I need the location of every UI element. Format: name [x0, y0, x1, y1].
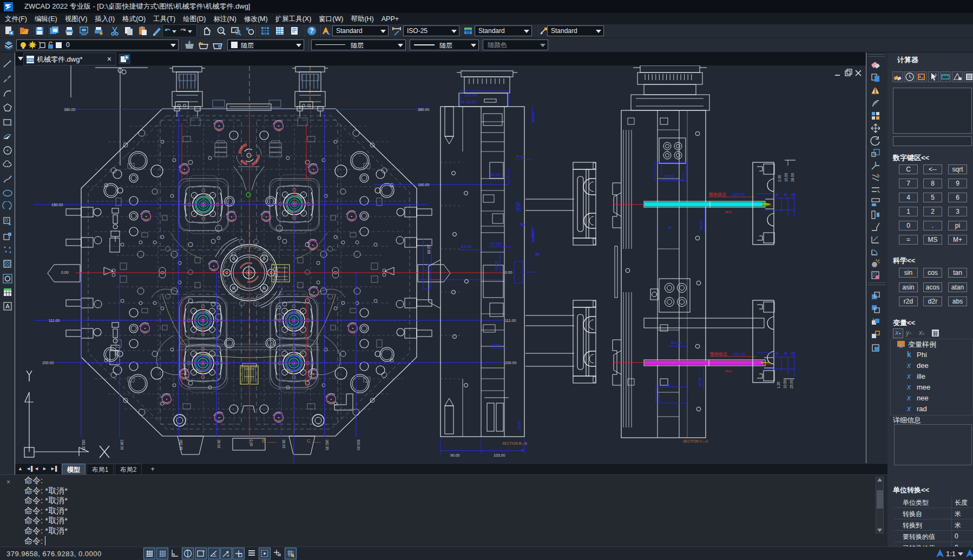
svg-text:?: ? — [310, 27, 313, 35]
svg-text:79.00: 79.00 — [663, 174, 675, 179]
svg-text:22.00: 22.00 — [427, 245, 431, 254]
svg-text:1.20: 1.20 — [777, 381, 780, 388]
svg-text:95.6: 95.6 — [725, 210, 732, 214]
svg-text:Ø: Ø — [784, 352, 787, 355]
svg-text:16.00: 16.00 — [282, 439, 286, 449]
svg-text:25.00: 25.00 — [516, 155, 525, 159]
svg-text:90.00: 90.00 — [450, 453, 460, 457]
svg-text:预热状态: 预热状态 — [709, 192, 726, 197]
svg-text:0.00: 0.00 — [505, 271, 512, 274]
svg-text:380.00: 380.00 — [418, 108, 430, 111]
svg-text:Ø 28.00: Ø 28.00 — [461, 100, 477, 104]
svg-text:Ø: Ø — [791, 352, 794, 355]
svg-text:B: B — [262, 438, 265, 444]
svg-text:200.00: 200.00 — [505, 361, 517, 365]
svg-text:0.00: 0.00 — [61, 271, 69, 274]
svg-text:200.00: 200.00 — [42, 361, 54, 365]
svg-text:116.00: 116.00 — [120, 439, 124, 450]
svg-text:103.00: 103.00 — [494, 453, 505, 457]
svg-text:C: C — [307, 438, 311, 444]
svg-text:163.30: 163.30 — [733, 352, 746, 357]
svg-text:15.00: 15.00 — [491, 343, 501, 347]
svg-text:81.00: 81.00 — [461, 244, 472, 249]
svg-text:44.00: 44.00 — [531, 228, 535, 238]
svg-text:10.00: 10.00 — [784, 173, 788, 182]
svg-text:SECTION B—B: SECTION B—B — [502, 442, 527, 445]
svg-text:Ø: Ø — [668, 226, 672, 229]
svg-text:111.00: 111.00 — [49, 319, 60, 322]
svg-text:160.00: 160.00 — [418, 183, 430, 187]
svg-text:——: —— — [312, 439, 321, 444]
svg-text:Ø: Ø — [775, 193, 779, 196]
svg-text:A: A — [5, 303, 10, 309]
svg-text:10.00: 10.00 — [515, 201, 519, 211]
svg-text:185.50: 185.50 — [732, 192, 745, 197]
svg-text:Ø: Ø — [775, 352, 779, 355]
svg-text:——: —— — [267, 439, 276, 444]
svg-text:2.00: 2.00 — [778, 175, 781, 182]
svg-text:64.00: 64.00 — [495, 261, 498, 271]
svg-text:111.00: 111.00 — [505, 319, 516, 322]
svg-text:Ø: Ø — [520, 222, 523, 226]
svg-text:87.00: 87.00 — [490, 241, 502, 246]
svg-text:预热状态: 预热状态 — [710, 352, 727, 357]
svg-text:122.50: 122.50 — [464, 93, 478, 97]
svg-text:Ø: Ø — [784, 193, 787, 196]
svg-text:162.35: 162.35 — [325, 439, 329, 450]
svg-text:30.00: 30.00 — [698, 377, 702, 387]
svg-text:Ø: Ø — [791, 193, 794, 196]
svg-text:380.00: 380.00 — [64, 108, 76, 111]
svg-text:10.50: 10.50 — [783, 379, 787, 388]
svg-text:44.00: 44.00 — [531, 112, 535, 122]
svg-text:25.00: 25.00 — [790, 379, 793, 388]
svg-text:30.00: 30.00 — [699, 220, 703, 230]
svg-text:10.00: 10.00 — [517, 420, 521, 430]
svg-text:0.00: 0.00 — [249, 439, 253, 446]
svg-text:SECTION C—C: SECTION C—C — [683, 439, 708, 443]
svg-text:93.2: 93.2 — [725, 370, 732, 373]
svg-text:150.00: 150.00 — [51, 203, 63, 207]
svg-text:84.00: 84.00 — [671, 340, 682, 345]
svg-text:16.00: 16.00 — [217, 439, 221, 449]
svg-text:82.00: 82.00 — [490, 172, 501, 177]
svg-text:DWG: DWG — [27, 58, 34, 62]
svg-text:26.00: 26.00 — [791, 173, 794, 182]
svg-text:162.35: 162.35 — [179, 439, 183, 450]
svg-text:Ø: Ø — [667, 384, 670, 387]
svg-text:300.00: 300.00 — [357, 439, 360, 450]
svg-text:Ø: Ø — [535, 252, 538, 256]
